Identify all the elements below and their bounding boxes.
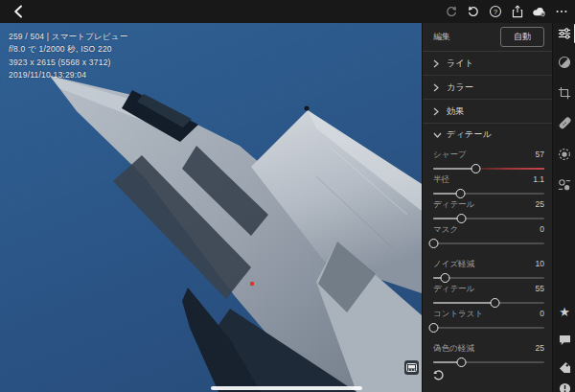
undo-icon[interactable] bbox=[466, 5, 480, 19]
top-bar-actions: ? bbox=[444, 5, 575, 19]
masking-icon[interactable] bbox=[553, 144, 575, 165]
datetime-line: 2019/11/10 13:29:04 bbox=[9, 69, 127, 81]
home-indicator[interactable] bbox=[211, 386, 362, 390]
star-rating-icon[interactable]: ★ bbox=[553, 301, 575, 322]
slider-sharpen: シャープ57 bbox=[433, 148, 544, 173]
chevron-right-icon bbox=[433, 83, 447, 92]
photo-index-line: 259 / 504 | スマートプレビュー bbox=[9, 31, 127, 43]
presets-icon[interactable] bbox=[553, 174, 575, 196]
color-nr-slider[interactable] bbox=[433, 357, 544, 368]
slider-masking: マスク0 bbox=[433, 222, 544, 247]
back-button[interactable] bbox=[0, 0, 36, 23]
slider-thumb[interactable] bbox=[457, 357, 467, 367]
comment-icon[interactable] bbox=[553, 330, 575, 351]
masking-slider[interactable] bbox=[433, 238, 544, 249]
reset-button[interactable] bbox=[432, 368, 448, 383]
crop-icon[interactable] bbox=[553, 82, 575, 104]
back-chevron-icon bbox=[13, 5, 23, 18]
chevron-right-icon bbox=[433, 59, 447, 68]
dimensions-line: 3923 x 2615 (5568 x 3712) bbox=[9, 57, 127, 69]
redo-icon[interactable] bbox=[444, 5, 458, 19]
chevron-right-icon bbox=[433, 107, 447, 116]
slider-thumb[interactable] bbox=[429, 239, 439, 248]
nr-contrast-slider[interactable] bbox=[433, 322, 544, 334]
lightroom-edit-screen: ? bbox=[0, 0, 575, 392]
filmstrip-toggle-button[interactable] bbox=[404, 360, 419, 375]
section-light[interactable]: ライト bbox=[423, 52, 552, 76]
panel-title: 編集 bbox=[433, 31, 450, 43]
auto-button[interactable]: 自動 bbox=[500, 27, 544, 47]
edit-panel: 編集 自動 ライト カラー 効果 ディテール シャープ57 半径1.1 bbox=[422, 23, 552, 392]
svg-text:?: ? bbox=[493, 8, 496, 16]
keyword-tag-icon[interactable] bbox=[553, 357, 575, 378]
tone-curve-icon[interactable] bbox=[553, 52, 575, 73]
cloud-sync-icon[interactable] bbox=[532, 5, 546, 19]
slider-color-nr: 偽色の軽減25 bbox=[433, 341, 544, 366]
photo-metadata-overlay: 259 / 504 | スマートプレビュー f/8.0 で 1/2000 秒, … bbox=[9, 31, 127, 82]
top-bar: ? bbox=[0, 0, 575, 23]
edit-panel-header: 編集 自動 bbox=[423, 23, 552, 52]
section-color[interactable]: カラー bbox=[423, 76, 552, 100]
filmstrip-icon bbox=[406, 363, 417, 372]
reset-icon bbox=[432, 368, 446, 381]
photo-canvas[interactable]: 259 / 504 | スマートプレビュー f/8.0 で 1/2000 秒, … bbox=[0, 23, 422, 392]
section-effects[interactable]: 効果 bbox=[423, 100, 552, 124]
info-icon[interactable] bbox=[553, 378, 575, 392]
slider-detail: ディテール25 bbox=[433, 197, 544, 222]
section-detail[interactable]: ディテール bbox=[423, 124, 552, 146]
help-icon[interactable]: ? bbox=[488, 5, 502, 19]
edit-sliders-icon[interactable] bbox=[553, 23, 575, 44]
slider-nr-contrast: コントラスト0 bbox=[433, 307, 544, 332]
chevron-down-icon bbox=[433, 132, 447, 138]
slider-nr-detail: ディテール55 bbox=[433, 282, 544, 307]
slider-radius: 半径1.1 bbox=[433, 173, 544, 197]
exposure-line: f/8.0 で 1/2000 秒, ISO 220 bbox=[9, 43, 127, 56]
tool-rail: ★ bbox=[552, 23, 575, 392]
slider-thumb[interactable] bbox=[429, 323, 439, 333]
detail-sliders: シャープ57 半径1.1 ディテール25 マスク0 ノイズ軽減10 ディテール5… bbox=[423, 146, 552, 366]
slider-noise-reduction: ノイズ軽減10 bbox=[433, 257, 544, 282]
share-icon[interactable] bbox=[510, 5, 524, 19]
healing-brush-icon[interactable] bbox=[553, 113, 575, 134]
more-icon[interactable] bbox=[554, 5, 568, 19]
